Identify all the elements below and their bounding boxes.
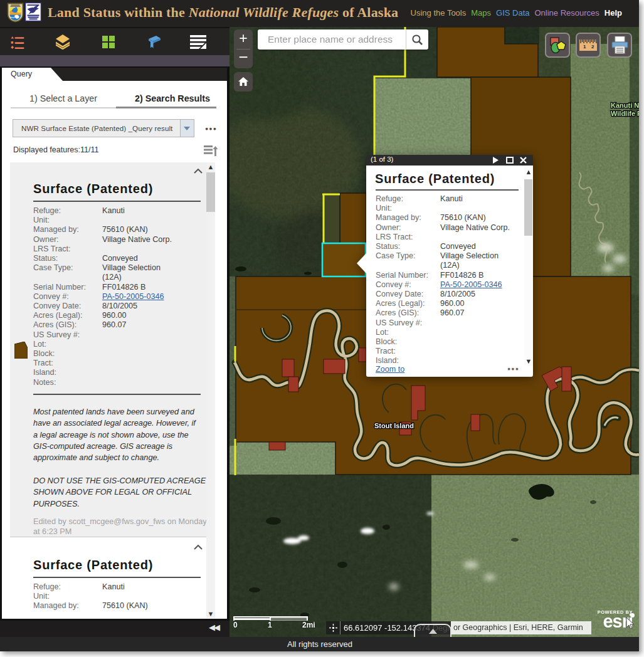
svg-text:1: 1 — [583, 44, 586, 50]
svg-text:Wildlife R: Wildlife R — [611, 110, 639, 117]
svg-text:Stout Island: Stout Island — [374, 422, 414, 429]
svg-text:Kanuti Na: Kanuti Na — [611, 102, 639, 109]
svg-text:2: 2 — [591, 44, 594, 50]
